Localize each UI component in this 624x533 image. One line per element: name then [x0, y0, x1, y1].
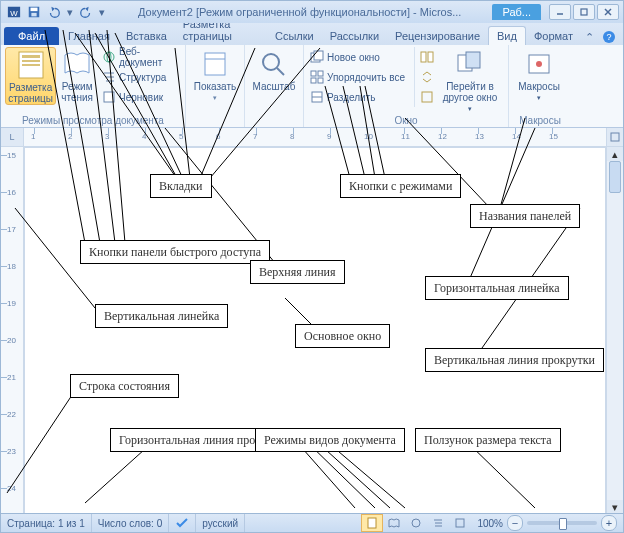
redo-icon[interactable] [77, 3, 95, 21]
group-label-macros: Макросы [509, 115, 571, 127]
status-view-buttons [361, 514, 471, 532]
svg-rect-40 [611, 133, 619, 141]
arrange-all-button[interactable]: Упорядочить все [308, 67, 414, 87]
switch-windows-icon [454, 49, 486, 79]
view-web-icon[interactable] [405, 514, 427, 532]
sync-scroll-button[interactable] [418, 67, 442, 87]
zoom-in-button[interactable]: + [601, 515, 617, 531]
view-print-layout-icon[interactable] [361, 514, 383, 532]
zoom-thumb[interactable] [559, 518, 567, 530]
ruler-toggle-icon[interactable] [606, 128, 623, 146]
maximize-button[interactable] [573, 4, 595, 20]
document-canvas[interactable]: Вкладки Кнопки с режимами Названия панел… [24, 147, 606, 514]
split-button[interactable]: Разделить [308, 87, 414, 107]
macros-button[interactable]: Макросы▾ [513, 47, 565, 103]
zoom-out-button[interactable]: − [507, 515, 523, 531]
qat-customize-icon[interactable]: ▾ [97, 6, 107, 19]
quick-access-toolbar: W ▾ ▾ [1, 3, 107, 21]
vertical-scrollbar[interactable]: ▴ ▾ [606, 147, 623, 514]
title-bar: W ▾ ▾ Документ2 [Режим ограниченной функ… [1, 1, 623, 23]
tab-references[interactable]: Ссылки [267, 27, 322, 45]
word-icon[interactable]: W [5, 3, 23, 21]
new-window-icon [310, 50, 324, 64]
group-macros: Макросы▾ Макросы [509, 45, 571, 127]
annotation-status: Строка состояния [70, 374, 179, 398]
print-layout-button[interactable]: Разметка страницы [5, 47, 56, 105]
tab-review[interactable]: Рецензирование [387, 27, 488, 45]
ruler-corner[interactable]: L [1, 128, 24, 146]
show-button[interactable]: Показать▾ [190, 47, 240, 103]
svg-point-23 [263, 54, 279, 70]
group-zoom: Масштаб [245, 45, 304, 127]
svg-rect-69 [368, 518, 376, 528]
close-button[interactable] [597, 4, 619, 20]
group-show: Показать▾ [186, 45, 245, 127]
status-word-count[interactable]: Число слов: 0 [92, 514, 169, 532]
web-layout-button[interactable]: Веб-документ [100, 47, 181, 67]
view-outline-icon[interactable] [427, 514, 449, 532]
tab-mailings[interactable]: Рассылки [322, 27, 387, 45]
minimize-button[interactable] [549, 4, 571, 20]
zoom-slider[interactable] [527, 521, 597, 525]
svg-rect-29 [311, 78, 316, 83]
tab-insert[interactable]: Вставка [118, 27, 175, 45]
tab-view[interactable]: Вид [488, 26, 526, 45]
svg-point-39 [536, 61, 542, 67]
switch-windows-button[interactable]: Перейти в другое окно▾ [442, 47, 498, 114]
annotation-zoom: Ползунок размера текста [415, 428, 561, 452]
status-proofing[interactable] [169, 514, 196, 532]
undo-dropdown-icon[interactable]: ▾ [65, 6, 75, 19]
window-controls [549, 4, 619, 20]
reading-mode-button[interactable]: Режим чтения [56, 47, 98, 103]
zoom-button[interactable]: Масштаб [249, 47, 299, 92]
show-icon [199, 49, 231, 79]
status-page[interactable]: Страница: 1 из 1 [1, 514, 92, 532]
scroll-down-icon[interactable]: ▾ [607, 500, 623, 514]
group-label-window: Окно [304, 115, 508, 127]
help-icon[interactable]: ? [601, 29, 617, 45]
svg-point-15 [104, 52, 114, 62]
reading-label: Режим чтения [56, 81, 98, 103]
annotation-modes: Кнопки с режимами [340, 174, 461, 198]
status-language[interactable]: русский [196, 514, 245, 532]
save-icon[interactable] [25, 3, 43, 21]
new-window-button[interactable]: Новое окно [308, 47, 414, 67]
ribbon: Разметка страницы Режим чтения Веб-докум… [1, 45, 623, 128]
minimize-ribbon-icon[interactable]: ⌃ [581, 29, 597, 45]
undo-icon[interactable] [45, 3, 63, 21]
side-by-side-button[interactable] [418, 47, 442, 67]
scrollbar-thumb[interactable] [609, 161, 621, 193]
svg-rect-20 [104, 92, 114, 102]
horizontal-ruler[interactable]: 123456789101112131415 [24, 128, 606, 146]
contextual-tab[interactable]: Раб... [492, 4, 541, 20]
draft-button[interactable]: Черновик [100, 87, 181, 107]
svg-rect-28 [318, 71, 323, 76]
reset-window-button[interactable] [418, 87, 442, 107]
annotation-main: Основное окно [295, 324, 390, 348]
vertical-ruler[interactable]: 15161718192021222324 [1, 147, 24, 514]
svg-rect-34 [428, 52, 433, 62]
horizontal-ruler-bar: L 123456789101112131415 [1, 128, 623, 147]
annotation-vscroll: Вертикальная линия прокрутки [425, 348, 604, 372]
outline-button[interactable]: Структура [100, 67, 181, 87]
tab-format[interactable]: Формат [526, 27, 581, 45]
outline-icon [102, 70, 116, 84]
scroll-up-icon[interactable]: ▴ [607, 147, 623, 161]
view-reading-icon[interactable] [383, 514, 405, 532]
file-tab[interactable]: Файл [4, 27, 59, 45]
svg-rect-14 [22, 64, 40, 66]
svg-rect-27 [311, 71, 316, 76]
annotation-panels: Названия панелей [470, 204, 580, 228]
svg-rect-30 [318, 78, 323, 83]
zoom-level[interactable]: 100% [477, 518, 503, 529]
group-document-views: Разметка страницы Режим чтения Веб-докум… [1, 45, 186, 127]
reading-icon [61, 49, 93, 79]
svg-rect-35 [422, 92, 432, 102]
view-draft-icon[interactable] [449, 514, 471, 532]
tab-home[interactable]: Главная [60, 27, 118, 45]
ribbon-tabs: Файл Главная Вставка Разметка страницы С… [1, 23, 623, 45]
status-bar: Страница: 1 из 1 Число слов: 0 русский 1… [1, 513, 623, 532]
macros-icon [523, 49, 555, 79]
svg-line-24 [277, 68, 284, 75]
svg-rect-12 [22, 55, 40, 58]
